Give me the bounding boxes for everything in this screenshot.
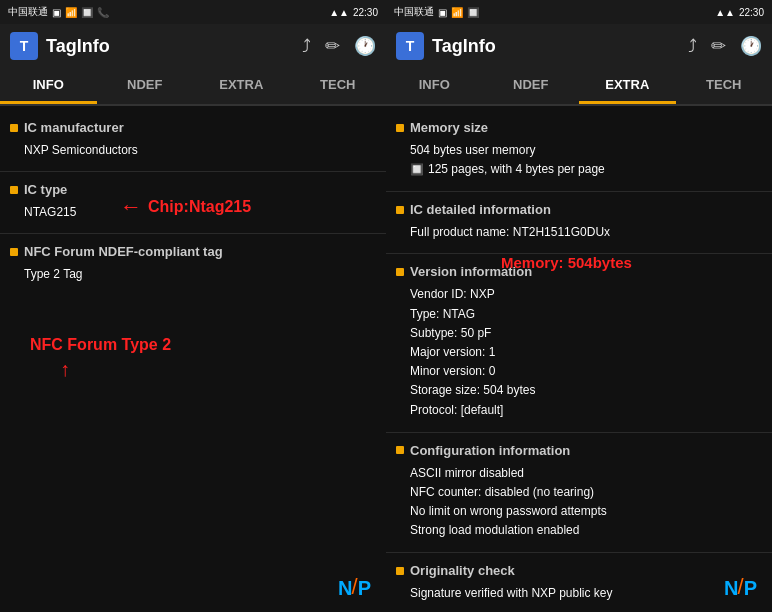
page-icon: 🔲 [410, 161, 424, 179]
ic-detailed-header: IC detailed information [386, 196, 772, 221]
left-status-bar: 中国联通 ▣ 📶 🔲 📞 ▲▲ 22:30 [0, 0, 386, 24]
nxp-logo-right: N / P [724, 570, 766, 606]
left-title-bar: T TagInfo ⤴ ✏ 🕐 [0, 24, 386, 68]
divider-2 [0, 233, 386, 234]
memory-line-2: 🔲 125 pages, with 4 bytes per page [410, 160, 762, 179]
section-dot-3 [10, 248, 18, 256]
tab-tech-right[interactable]: TECH [676, 68, 773, 104]
divider-6 [386, 552, 772, 553]
annotation-memory: Memory: 504bytes [501, 254, 632, 272]
config-info-value: ASCII mirror disabled NFC counter: disab… [386, 462, 772, 549]
left-content: IC manufacturer NXP Semiconductors IC ty… [0, 106, 386, 612]
left-tab-bar: INFO NDEF EXTRA TECH [0, 68, 386, 106]
memory-size-value: 504 bytes user memory 🔲 125 pages, with … [386, 139, 772, 187]
tab-info-right[interactable]: INFO [386, 68, 483, 104]
right-app-title: TagInfo [432, 36, 496, 57]
share-icon[interactable]: ⤴ [302, 36, 311, 57]
right-wifi-icon: 📶 [451, 7, 463, 18]
version-line-3: Major version: 1 [410, 343, 762, 362]
memory-line-1: 504 bytes user memory [410, 141, 762, 160]
section-dot-ver [396, 268, 404, 276]
signal-icon: ▣ [52, 7, 61, 18]
section-dot-orig [396, 567, 404, 575]
version-line-2: Subtype: 50 pF [410, 324, 762, 343]
tab-ndef-left[interactable]: NDEF [97, 68, 194, 104]
right-title-bar: T TagInfo ⤴ ✏ 🕐 [386, 24, 772, 68]
section-dot-mem [396, 124, 404, 132]
nfc-forum-value: Type 2 Tag [0, 263, 386, 291]
ic-manufacturer-header: IC manufacturer [0, 114, 386, 139]
ic-manufacturer-value: NXP Semiconductors [0, 139, 386, 167]
divider [0, 171, 386, 172]
left-time: 22:30 [353, 7, 378, 18]
right-wifi-signal-icon: ▲▲ [715, 7, 735, 18]
annotation-chip-text: Chip:Ntag215 [148, 198, 251, 216]
right-status-bar: 中国联通 ▣ 📶 🔲 ▲▲ 22:30 [386, 0, 772, 24]
section-dot [10, 124, 18, 132]
divider-3 [386, 191, 772, 192]
right-content: Memory size 504 bytes user memory 🔲 125 … [386, 106, 772, 612]
ic-detailed-value: Full product name: NT2H1511G0DUx [386, 221, 772, 249]
tab-extra-left[interactable]: EXTRA [193, 68, 290, 104]
left-app-icon: T [10, 32, 38, 60]
history-icon[interactable]: 🕐 [354, 35, 376, 57]
right-sim-icon: 🔲 [467, 7, 479, 18]
section-dot-ic [396, 206, 404, 214]
nfc-forum-header: NFC Forum NDEF-compliant tag [0, 238, 386, 263]
right-edit-icon[interactable]: ✏ [711, 35, 726, 57]
left-app-title: TagInfo [46, 36, 110, 57]
nxp-logo-left: N / P [338, 570, 380, 606]
left-screen: 中国联通 ▣ 📶 🔲 📞 ▲▲ 22:30 T TagInfo ⤴ ✏ 🕐 [0, 0, 386, 612]
sim-icon: 🔲 [81, 7, 93, 18]
config-line-2: No limit on wrong password attempts [410, 502, 762, 521]
section-dot-2 [10, 186, 18, 194]
right-carrier: 中国联通 [394, 5, 434, 19]
originality-value: Signature verified with NXP public key [386, 582, 772, 610]
section-dot-cfg [396, 446, 404, 454]
annotation-memory-text: Memory: 504bytes [501, 254, 632, 271]
annotation-nfc-text: NFC Forum Type 2 [30, 336, 171, 354]
tab-info-left[interactable]: INFO [0, 68, 97, 104]
tab-tech-left[interactable]: TECH [290, 68, 387, 104]
right-signal-icon: ▣ [438, 7, 447, 18]
version-line-5: Storage size: 504 bytes [410, 381, 762, 400]
config-info-header: Configuration information [386, 437, 772, 462]
annotation-nfc: NFC Forum Type 2 ↑ [30, 336, 171, 381]
right-tab-bar: INFO NDEF EXTRA TECH [386, 68, 772, 106]
arrow-up-icon: ↑ [60, 358, 171, 381]
originality-header: Originality check [386, 557, 772, 582]
divider-5 [386, 432, 772, 433]
memory-line-2-text: 125 pages, with 4 bytes per page [428, 160, 605, 179]
version-info-value: Vendor ID: NXP Type: NTAG Subtype: 50 pF… [386, 283, 772, 427]
version-line-6: Protocol: [default] [410, 401, 762, 420]
right-history-icon[interactable]: 🕐 [740, 35, 762, 57]
version-line-4: Minor version: 0 [410, 362, 762, 381]
right-app-icon: T [396, 32, 424, 60]
config-line-3: Strong load modulation enabled [410, 521, 762, 540]
arrow-left-icon: ← [120, 194, 142, 220]
tab-extra-right[interactable]: EXTRA [579, 68, 676, 104]
tab-ndef-right[interactable]: NDEF [483, 68, 580, 104]
right-time: 22:30 [739, 7, 764, 18]
config-line-1: NFC counter: disabled (no tearing) [410, 483, 762, 502]
wifi-icon: 📶 [65, 7, 77, 18]
left-carrier: 中国联通 [8, 5, 48, 19]
phone-icon: 📞 [97, 7, 109, 18]
wifi-signal-icon: ▲▲ [329, 7, 349, 18]
edit-icon[interactable]: ✏ [325, 35, 340, 57]
right-screen: 中国联通 ▣ 📶 🔲 ▲▲ 22:30 T TagInfo ⤴ ✏ 🕐 [386, 0, 772, 612]
memory-size-header: Memory size [386, 114, 772, 139]
config-line-0: ASCII mirror disabled [410, 464, 762, 483]
version-line-0: Vendor ID: NXP [410, 285, 762, 304]
right-share-icon[interactable]: ⤴ [688, 36, 697, 57]
version-line-1: Type: NTAG [410, 305, 762, 324]
annotation-chip: ← Chip:Ntag215 [120, 194, 251, 220]
